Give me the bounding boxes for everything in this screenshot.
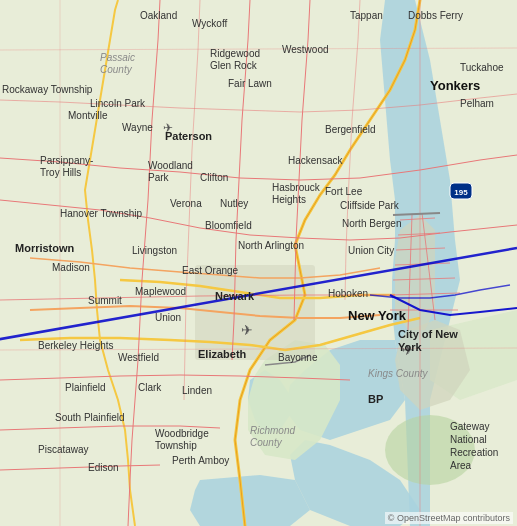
svg-text:✈: ✈ (163, 121, 173, 135)
svg-text:195: 195 (454, 188, 468, 197)
map-attribution: © OpenStreetMap contributors (385, 512, 513, 524)
map-svg: 195 ✈ ✈ ✈ (0, 0, 517, 526)
map-container: 195 ✈ ✈ ✈ Rockaway Township Montville Li… (0, 0, 517, 526)
svg-text:✈: ✈ (241, 322, 253, 338)
svg-point-1 (385, 415, 475, 485)
svg-text:✈: ✈ (402, 342, 414, 358)
